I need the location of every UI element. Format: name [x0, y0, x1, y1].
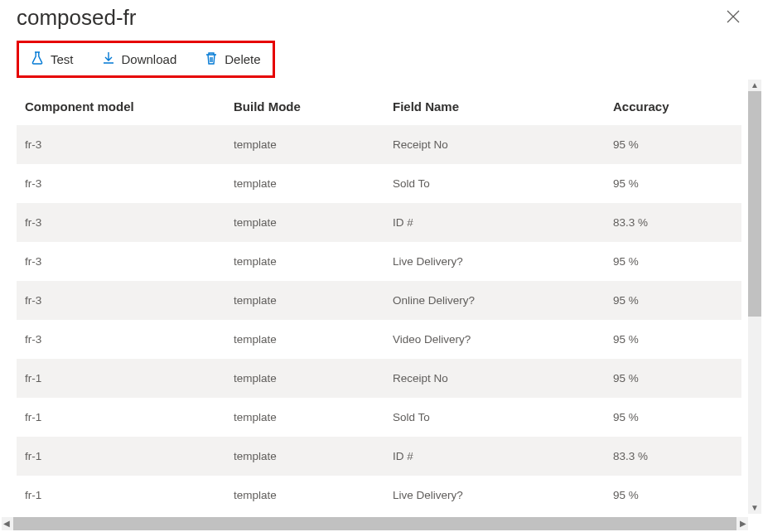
cell-accuracy: 83.3 %: [605, 203, 741, 242]
cell-fieldname: ID #: [384, 203, 605, 242]
cell-accuracy: 95 %: [605, 320, 741, 359]
table-row[interactable]: fr-3templateLive Delivery?95 %: [17, 242, 741, 281]
cell-fieldname: Live Delivery?: [384, 242, 605, 281]
cell-buildmode: template: [225, 281, 384, 320]
scroll-right-icon[interactable]: ▶: [738, 520, 748, 528]
cell-component: fr-3: [17, 125, 225, 164]
cell-buildmode: template: [225, 437, 384, 476]
scroll-up-icon[interactable]: ▲: [751, 80, 759, 91]
cell-buildmode: template: [225, 125, 384, 164]
cell-accuracy: 95 %: [605, 164, 741, 203]
cell-fieldname: Live Delivery?: [384, 476, 605, 515]
close-button[interactable]: [720, 7, 746, 29]
vertical-scrollbar-thumb[interactable]: [748, 91, 761, 317]
cell-buildmode: template: [225, 203, 384, 242]
download-button-label: Download: [122, 52, 177, 66]
cell-component: fr-3: [17, 242, 225, 281]
scroll-left-icon[interactable]: ◀: [2, 520, 12, 528]
flask-icon: [31, 51, 44, 67]
test-button-label: Test: [51, 52, 74, 66]
cell-accuracy: 95 %: [605, 359, 741, 398]
cell-component: fr-3: [17, 320, 225, 359]
fields-table-container: Component model Build Mode Field Name Ac…: [17, 89, 746, 529]
col-fieldname[interactable]: Field Name: [384, 89, 605, 125]
table-header-row: Component model Build Mode Field Name Ac…: [17, 89, 741, 125]
cell-accuracy: 83.3 %: [605, 437, 741, 476]
scroll-down-icon[interactable]: ▼: [751, 502, 759, 514]
cell-buildmode: template: [225, 164, 384, 203]
cell-fieldname: Online Delivery?: [384, 281, 605, 320]
test-button[interactable]: Test: [24, 46, 80, 72]
cell-fieldname: ID #: [384, 437, 605, 476]
cell-component: fr-1: [17, 359, 225, 398]
horizontal-scrollbar[interactable]: ◀ ▶: [2, 517, 748, 530]
close-icon: [727, 10, 740, 27]
cell-accuracy: 95 %: [605, 281, 741, 320]
table-row[interactable]: fr-3templateReceipt No95 %: [17, 125, 741, 164]
cell-buildmode: template: [225, 359, 384, 398]
toolbar: Test Download Delete: [17, 41, 275, 78]
table-row[interactable]: fr-1templateSold To95 %: [17, 398, 741, 437]
cell-fieldname: Video Delivery?: [384, 320, 605, 359]
cell-fieldname: Sold To: [384, 164, 605, 203]
delete-button[interactable]: Delete: [198, 46, 267, 72]
cell-fieldname: Sold To: [384, 398, 605, 437]
cell-buildmode: template: [225, 320, 384, 359]
download-button[interactable]: Download: [95, 46, 184, 72]
table-row[interactable]: fr-3templateSold To95 %: [17, 164, 741, 203]
cell-component: fr-3: [17, 164, 225, 203]
vertical-scrollbar[interactable]: ▲ ▼: [748, 80, 761, 514]
cell-fieldname: Receipt No: [384, 125, 605, 164]
table-row[interactable]: fr-1templateReceipt No95 %: [17, 359, 741, 398]
cell-accuracy: 95 %: [605, 476, 741, 515]
table-row[interactable]: fr-3templateID #83.3 %: [17, 203, 741, 242]
horizontal-scrollbar-thumb[interactable]: [13, 517, 736, 530]
table-row[interactable]: fr-1templateLive Delivery?95 %: [17, 476, 741, 515]
fields-table: Component model Build Mode Field Name Ac…: [17, 89, 741, 515]
col-component[interactable]: Component model: [17, 89, 225, 125]
table-row[interactable]: fr-3templateOnline Delivery?95 %: [17, 281, 741, 320]
trash-icon: [205, 51, 218, 67]
cell-component: fr-3: [17, 203, 225, 242]
cell-accuracy: 95 %: [605, 398, 741, 437]
cell-component: fr-1: [17, 476, 225, 515]
cell-buildmode: template: [225, 242, 384, 281]
col-buildmode[interactable]: Build Mode: [225, 89, 384, 125]
cell-accuracy: 95 %: [605, 125, 741, 164]
cell-buildmode: template: [225, 398, 384, 437]
col-accuracy[interactable]: Accuracy: [605, 89, 741, 125]
cell-accuracy: 95 %: [605, 242, 741, 281]
panel-title: composed-fr: [17, 5, 137, 31]
cell-component: fr-1: [17, 437, 225, 476]
cell-buildmode: template: [225, 476, 384, 515]
cell-fieldname: Receipt No: [384, 359, 605, 398]
table-row[interactable]: fr-1templateID #83.3 %: [17, 437, 741, 476]
cell-component: fr-1: [17, 398, 225, 437]
cell-component: fr-3: [17, 281, 225, 320]
delete-button-label: Delete: [225, 52, 260, 66]
table-row[interactable]: fr-3templateVideo Delivery?95 %: [17, 320, 741, 359]
panel-header: composed-fr: [17, 5, 746, 31]
download-icon: [102, 51, 115, 67]
model-detail-panel: composed-fr Test Download Delete: [0, 0, 763, 529]
